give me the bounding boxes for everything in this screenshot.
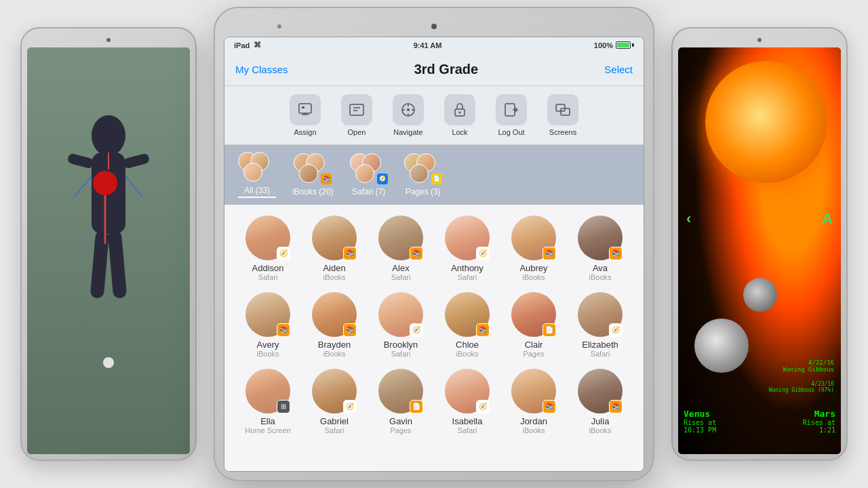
student-clair[interactable]: 📄 Clair Pages (504, 292, 564, 358)
filter-all[interactable]: All (33) (238, 152, 276, 198)
svg-rect-2 (67, 152, 95, 169)
student-addison[interactable]: 🧭 Addison Safari (238, 216, 298, 281)
svg-point-11 (103, 357, 114, 368)
camera (431, 24, 437, 29)
open-tool[interactable]: Open (341, 94, 372, 136)
student-alex[interactable]: 📚 Alex Safari (371, 216, 431, 281)
brayden-badge: 📚 (343, 323, 357, 337)
svg-rect-3 (123, 152, 151, 169)
student-gabriel[interactable]: 🧭 Gabriel Safari (304, 369, 364, 434)
svg-point-6 (93, 171, 117, 195)
gabriel-app: Safari (325, 426, 344, 434)
nav-arrow: ‹ (686, 210, 691, 228)
isabella-app: Safari (458, 426, 477, 434)
filter-pages[interactable]: 📄 Pages (3) (404, 153, 442, 197)
student-gavin[interactable]: 📄 Gavin Pages (371, 369, 431, 434)
gavin-app: Pages (390, 426, 411, 434)
aiden-app: iBooks (323, 273, 345, 281)
logout-tool[interactable]: Log Out (496, 94, 527, 136)
right-ipad: ‹ A 4/22/16 Waning Gibbous 4/23/16 Wanin… (671, 27, 848, 461)
venus-info: Venus Rises at 10:13 PM (684, 409, 716, 434)
aiden-name: Aiden (323, 263, 345, 273)
gavin-badge: 📄 (410, 400, 423, 413)
left-screen (27, 47, 190, 454)
navigate-tool[interactable]: Navigate (393, 94, 424, 136)
ella-app: Home Screen (245, 426, 290, 434)
anthony-name: Anthony (451, 263, 484, 273)
jordan-badge: 📚 (542, 400, 556, 413)
assign-tool[interactable]: Assign (290, 94, 321, 136)
brayden-app: iBooks (323, 350, 345, 358)
lock-icon (444, 94, 475, 125)
toolbar: Assign Open Navigate (224, 86, 644, 145)
filter-pages-label: Pages (3) (406, 187, 441, 197)
lock-tool[interactable]: Lock (444, 94, 475, 136)
student-anthony[interactable]: 🧭 Anthony Safari (437, 216, 497, 281)
svg-rect-4 (90, 230, 110, 298)
filter-safari[interactable]: 🧭 Safari (7) (350, 153, 388, 197)
aubrey-badge: 📚 (542, 247, 556, 260)
chloe-badge: 📚 (476, 323, 490, 337)
student-avery[interactable]: 📚 Avery iBooks (238, 292, 298, 358)
anthony-badge: 🧭 (476, 247, 490, 260)
addison-badge: 🧭 (277, 247, 290, 260)
body-silhouette (54, 108, 163, 393)
student-isabella[interactable]: 🧭 Isabella Safari (437, 369, 497, 434)
avery-name: Avery (257, 340, 279, 350)
addison-name: Addison (252, 263, 284, 273)
back-button[interactable]: My Classes (235, 64, 288, 75)
svg-point-0 (92, 115, 125, 156)
student-grid: 🧭 Addison Safari 📚 Aiden iBooks (224, 205, 644, 471)
student-chloe[interactable]: 📚 Chloe iBooks (437, 292, 497, 358)
anthony-app: Safari (458, 273, 477, 281)
aubrey-app: iBooks (522, 273, 545, 281)
student-ava[interactable]: 📚 Ava iBooks (570, 216, 630, 281)
student-row-2: 📚 Avery iBooks 📚 Brayden iBooks (238, 292, 630, 358)
chloe-name: Chloe (456, 340, 479, 350)
screens-label: Screens (549, 128, 576, 136)
screens-tool[interactable]: Screens (547, 94, 578, 136)
student-brooklyn[interactable]: 🧭 Brooklyn Safari (371, 292, 431, 358)
student-aiden[interactable]: 📚 Aiden iBooks (304, 216, 364, 281)
clair-badge: 📄 (542, 323, 556, 337)
logout-icon (496, 94, 527, 125)
svg-point-20 (407, 108, 410, 111)
filter-safari-label: Safari (7) (352, 187, 385, 197)
isabella-name: Isabella (452, 416, 483, 426)
ava-app: iBooks (589, 273, 611, 281)
moon-date-2: 4/23/16 Waning Gibbous (97%) (769, 381, 834, 393)
jordan-app: iBooks (522, 426, 545, 434)
ella-badge: ⊞ (277, 400, 290, 413)
battery-icon (616, 41, 634, 49)
addison-app: Safari (258, 273, 278, 281)
select-button[interactable]: Select (604, 64, 633, 75)
brooklyn-name: Brooklyn (384, 340, 418, 350)
isabella-badge: 🧭 (476, 400, 490, 413)
aiden-badge: 📚 (343, 247, 357, 260)
ipad-screen: iPad ⌘ 9:41 AM 100% (224, 37, 644, 472)
svg-rect-15 (302, 106, 304, 108)
moon-large (694, 319, 749, 373)
open-icon (341, 94, 372, 125)
speaker-left (277, 24, 281, 28)
student-brayden[interactable]: 📚 Brayden iBooks (304, 292, 364, 358)
student-julia[interactable]: 📚 Julia iBooks (570, 369, 630, 434)
filter-ibooks[interactable]: 📚 iBooks (20) (292, 153, 334, 197)
julia-name: Julia (591, 416, 610, 426)
elizabeth-app: Safari (591, 350, 610, 358)
filter-ibooks-label: iBooks (20) (292, 187, 334, 197)
alex-badge: 📚 (410, 247, 423, 260)
gabriel-name: Gabriel (320, 416, 349, 426)
student-row-1: 🧭 Addison Safari 📚 Aiden iBooks (238, 216, 630, 281)
avery-badge: 📚 (277, 323, 290, 337)
student-jordan[interactable]: 📚 Jordan iBooks (504, 369, 564, 434)
student-ella[interactable]: ⊞ Ella Home Screen (238, 369, 298, 434)
gabriel-badge: 🧭 (343, 400, 357, 413)
student-aubrey[interactable]: 📚 Aubrey iBooks (504, 216, 564, 281)
svg-rect-5 (108, 230, 127, 298)
student-elizabeth[interactable]: 🧭 Elizabeth Safari (570, 292, 630, 358)
right-letter: A (822, 210, 833, 228)
open-label: Open (348, 128, 366, 136)
navigate-icon (393, 94, 424, 125)
moon-small (743, 278, 777, 312)
